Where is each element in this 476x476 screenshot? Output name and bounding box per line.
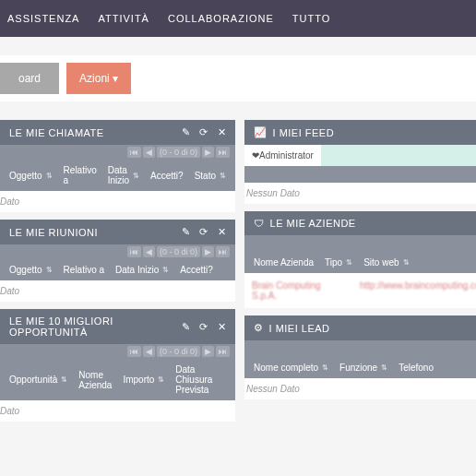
widget-lead: ⚙ I MIEI LEAD Nome completo⇅ Funzione⇅ T…	[244, 315, 476, 399]
spacer-bar	[244, 340, 476, 357]
widget-header: 🛡 LE MIE AZIENDE	[244, 211, 476, 235]
refresh-icon[interactable]: ⟳	[199, 226, 208, 238]
nav-tutto[interactable]: TUTTO	[292, 13, 330, 24]
col-nome[interactable]: Nome Azienda	[254, 257, 314, 268]
feed-bar	[244, 166, 476, 183]
widget-opportunita: LE MIE 10 MIGLIORI OPPORTUNITÀ ✎ ⟳ ✕ ⏮◀(…	[0, 309, 235, 422]
col-oggetto[interactable]: Oggetto⇅	[9, 165, 53, 185]
chart-icon: 📈	[254, 126, 268, 138]
pager: ⏮◀(0 - 0 di 0)▶⏭	[0, 145, 235, 160]
col-relativo[interactable]: Relativo a	[64, 165, 97, 185]
col-stato[interactable]: Stato⇅	[195, 165, 226, 185]
col-accetti[interactable]: Accetti?	[180, 265, 213, 275]
no-data: Dato	[0, 400, 235, 422]
col-data[interactable]: Data Inizio⇅	[115, 265, 169, 275]
widget-header: LE MIE RIUNIONI ✎ ⟳ ✕	[0, 220, 235, 244]
col-accetti[interactable]: Accetti?	[150, 165, 184, 185]
column-headers: Nome Azienda Tipo⇅ Sito web⇅	[244, 252, 476, 273]
col-sito[interactable]: Sito web⇅	[363, 257, 409, 268]
nav-attivita[interactable]: ATTIVITÀ	[98, 13, 149, 24]
no-data: Dato	[0, 280, 235, 302]
sub-bar: oard Azioni ▾	[0, 55, 476, 101]
main-area: LE MIE CHIAMATE ✎ ⟳ ✕ ⏮◀(0 - 0 di 0)▶⏭ O…	[0, 120, 476, 422]
nav-collaborazione[interactable]: COLLABORAZIONE	[168, 13, 274, 24]
pager: ⏮◀(0 - 0 di 0)▶⏭	[0, 344, 235, 359]
close-icon[interactable]: ✕	[218, 226, 227, 238]
widget-header: LE MIE CHIAMATE ✎ ⟳ ✕	[0, 120, 235, 145]
azioni-button[interactable]: Azioni ▾	[66, 63, 131, 94]
table-row[interactable]: Brain Computing S.p.A. http://www.brainc…	[244, 273, 476, 308]
feed-input-row: ❤ Administrator	[244, 145, 476, 166]
widget-chiamate: LE MIE CHIAMATE ✎ ⟳ ✕ ⏮◀(0 - 0 di 0)▶⏭ O…	[0, 120, 235, 212]
col-tipo[interactable]: Tipo⇅	[325, 257, 352, 268]
col-telefono[interactable]: Telefono	[399, 363, 434, 373]
cell-site: http://www.braincomputing.com	[360, 280, 476, 301]
close-icon[interactable]: ✕	[218, 126, 227, 138]
col-oggetto[interactable]: Oggetto⇅	[9, 265, 53, 275]
widget-title: I MIEI FEED	[273, 127, 476, 138]
column-headers: Nome completo⇅ Funzione⇅ Telefono	[244, 357, 476, 378]
refresh-icon[interactable]: ⟳	[199, 126, 208, 138]
nav-assistenza[interactable]: ASSISTENZA	[7, 13, 79, 24]
col-chiusura[interactable]: Data Chiusura Prevista	[175, 364, 226, 395]
col-data[interactable]: Data Inizio⇅	[108, 165, 139, 185]
widget-title: LE MIE 10 MIGLIORI OPPORTUNITÀ	[9, 315, 182, 338]
column-headers: Oggetto⇅ Relativo a Data Inizio⇅ Accetti…	[0, 259, 235, 280]
widget-title: LE MIE AZIENDE	[270, 218, 476, 229]
spacer-bar	[244, 235, 476, 252]
column-headers: Oggetto⇅ Relativo a Data Inizio⇅ Accetti…	[0, 160, 235, 191]
widget-header: 📈 I MIEI FEED	[244, 120, 476, 145]
col-opp[interactable]: Opportunità⇅	[9, 364, 67, 395]
board-button[interactable]: oard	[0, 63, 59, 94]
column-headers: Opportunità⇅ Nome Azienda Importo⇅ Data …	[0, 359, 235, 400]
edit-icon[interactable]: ✎	[182, 126, 191, 138]
col-azienda[interactable]: Nome Azienda	[78, 364, 112, 395]
no-data: Nessun Dato	[244, 378, 476, 399]
cell-name: Brain Computing S.p.A.	[252, 280, 341, 301]
col-nome[interactable]: Nome completo⇅	[254, 363, 328, 373]
refresh-icon[interactable]: ⟳	[199, 321, 208, 333]
no-data: Dato	[0, 191, 235, 212]
left-column: LE MIE CHIAMATE ✎ ⟳ ✕ ⏮◀(0 - 0 di 0)▶⏭ O…	[0, 120, 235, 422]
widget-riunioni: LE MIE RIUNIONI ✎ ⟳ ✕ ⏮◀(0 - 0 di 0)▶⏭ O…	[0, 220, 235, 302]
pager: ⏮◀(0 - 0 di 0)▶⏭	[0, 244, 235, 259]
right-column: 📈 I MIEI FEED ❤ Administrator Nessun Dat…	[244, 120, 476, 422]
edit-icon[interactable]: ✎	[182, 226, 191, 238]
shield-icon: 🛡	[254, 218, 265, 229]
widget-title: I MIEI LEAD	[269, 323, 476, 334]
widget-header: LE MIE 10 MIGLIORI OPPORTUNITÀ ✎ ⟳ ✕	[0, 309, 235, 344]
gear-icon: ⚙	[254, 322, 264, 334]
col-funzione[interactable]: Funzione⇅	[339, 363, 387, 373]
widget-aziende: 🛡 LE MIE AZIENDE Nome Azienda Tipo⇅ Sito…	[244, 211, 476, 308]
feed-admin: ❤ Administrator	[244, 145, 321, 166]
widget-header: ⚙ I MIEI LEAD	[244, 315, 476, 340]
widget-title: LE MIE RIUNIONI	[9, 227, 182, 238]
feed-input[interactable]	[321, 145, 476, 166]
col-importo[interactable]: Importo⇅	[123, 364, 164, 395]
top-nav: ASSISTENZA ATTIVITÀ COLLABORAZIONE TUTTO	[0, 0, 476, 37]
widget-feed: 📈 I MIEI FEED ❤ Administrator Nessun Dat…	[244, 120, 476, 204]
close-icon[interactable]: ✕	[218, 321, 227, 333]
col-relativo[interactable]: Relativo a	[64, 265, 104, 275]
widget-title: LE MIE CHIAMATE	[9, 127, 182, 138]
edit-icon[interactable]: ✎	[182, 321, 191, 333]
no-data: Nessun Dato	[244, 183, 476, 204]
